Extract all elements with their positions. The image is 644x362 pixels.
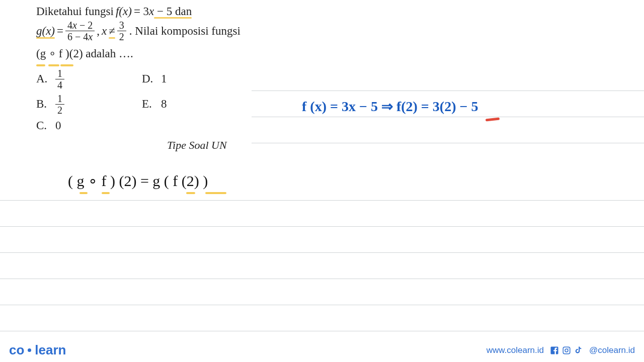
instagram-icon (562, 346, 571, 355)
footer-right: www.colearn.id @colearn.id (487, 345, 635, 355)
option-d: D. 1 (142, 72, 248, 85)
fx: f(x) (116, 5, 132, 18)
logo-co: co (9, 342, 24, 358)
option-c-label: C. (36, 119, 55, 132)
x-var: x (102, 25, 107, 38)
option-b-value: 1 2 (55, 94, 64, 115)
option-d-value: 1 (161, 72, 167, 85)
option-b: B. 1 2 (36, 94, 142, 115)
option-a-value: 1 4 (55, 68, 64, 90)
fraction-2: 3 2 (117, 20, 126, 42)
option-e: E. 8 (142, 98, 248, 111)
handwriting-blue: f (x) = 3x − 5 ⇒ f(2) = 3(2) − 5 (302, 98, 478, 115)
tiktok-icon (574, 346, 583, 355)
footer: co learn www.colearn.id @colearn.id (0, 342, 644, 358)
text-diketahui: Diketahui fungsi (36, 5, 114, 18)
option-a: A. 1 4 (36, 68, 142, 90)
option-row-1: A. 1 4 D. 1 (36, 66, 644, 92)
composition-text: (g ∘ f )(2) adalah …. (36, 47, 133, 60)
gx: g(x) (36, 25, 55, 38)
tipe-soal: Tipe Soal UN (167, 139, 644, 152)
footer-handle: @colearn.id (589, 345, 635, 355)
logo-learn: learn (35, 342, 66, 358)
brand-logo: co learn (9, 342, 66, 358)
handwriting-black: ( g ∘ f ) (2) = g ( f (2) ) (68, 172, 208, 190)
footer-url: www.colearn.id (487, 345, 544, 355)
option-b-label: B. (36, 98, 55, 111)
logo-dot-icon (28, 348, 31, 352)
neq: ≠ (109, 25, 115, 38)
option-row-3: C. 0 (36, 117, 644, 135)
option-d-label: D. (142, 72, 161, 85)
problem-line-1: Diketahui fungsi f(x) = 3x − 5 dan (36, 5, 644, 18)
option-c-value: 0 (55, 119, 61, 132)
option-c: C. 0 (36, 119, 142, 132)
fraction-1: 4x − 2 6 − 4x (65, 20, 95, 42)
eq3x: = 3x − 5 dan (134, 5, 192, 18)
comma: , (97, 25, 100, 38)
problem-line-3: (g ∘ f )(2) adalah …. (36, 47, 644, 60)
option-a-label: A. (36, 72, 55, 85)
text-nilai: . Nilai komposisi fungsi (129, 25, 240, 38)
option-e-label: E. (142, 98, 161, 111)
problem-block: Diketahui fungsi f(x) = 3x − 5 dan g(x) … (0, 0, 644, 152)
facebook-icon (550, 346, 559, 355)
option-e-value: 8 (161, 98, 167, 111)
eq-sign: = (57, 25, 63, 38)
problem-line-2: g(x) = 4x − 2 6 − 4x , x ≠ 3 2 . Nilai k… (36, 20, 644, 42)
social-icons (550, 346, 583, 355)
